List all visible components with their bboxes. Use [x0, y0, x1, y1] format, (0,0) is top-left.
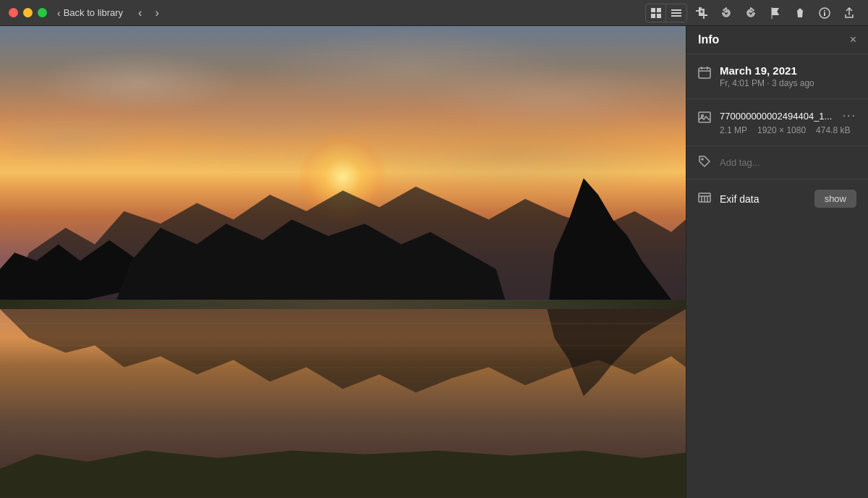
- back-label: Back to library: [64, 7, 123, 18]
- exif-label: Exif data: [720, 193, 806, 205]
- titlebar: ‹ Back to library ‹ ›: [0, 0, 868, 26]
- image-icon: [698, 111, 711, 127]
- date-sub: Fr, 4:01 PM · 3 days ago: [720, 78, 856, 88]
- filesize: 474.8 kB: [816, 125, 850, 135]
- more-options-button[interactable]: ···: [843, 109, 856, 122]
- svg-point-11: [824, 10, 825, 12]
- next-photo-button[interactable]: ›: [151, 5, 162, 21]
- crop-icon[interactable]: [692, 4, 712, 22]
- tag-icon: [698, 155, 711, 172]
- close-info-button[interactable]: ×: [850, 33, 856, 46]
- svg-rect-4: [671, 9, 681, 11]
- info-panel-title: Info: [698, 33, 719, 46]
- svg-rect-1: [657, 8, 661, 12]
- resolution: 1920 × 1080: [757, 125, 806, 135]
- trash-icon[interactable]: [790, 4, 810, 22]
- photo-viewer[interactable]: [0, 26, 686, 498]
- file-meta: 2.1 MP 1920 × 1080 474.8 kB: [720, 125, 856, 135]
- svg-rect-6: [671, 15, 681, 17]
- svg-point-30: [702, 159, 703, 160]
- svg-rect-8: [772, 7, 773, 19]
- megapixels: 2.1 MP: [720, 125, 747, 135]
- date-main: March 19, 2021: [720, 64, 856, 77]
- date-content: March 19, 2021 Fr, 4:01 PM · 3 days ago: [720, 64, 856, 88]
- file-section: 770000000002494404_1... ··· 2.1 MP 1920 …: [686, 99, 868, 146]
- info-panel: Info × March 19, 2021 Fr, 4:01 PM · 3 da…: [686, 26, 868, 498]
- minimize-window-button[interactable]: [23, 8, 33, 17]
- filename: 770000000002494404_1...: [720, 111, 832, 122]
- main-content: Info × March 19, 2021 Fr, 4:01 PM · 3 da…: [0, 26, 868, 498]
- svg-rect-2: [651, 14, 655, 18]
- svg-rect-5: [671, 12, 681, 14]
- toolbar-right: [645, 4, 859, 22]
- prev-photo-button[interactable]: ‹: [135, 5, 145, 21]
- svg-rect-24: [699, 68, 710, 78]
- share-icon[interactable]: [839, 4, 859, 22]
- info-panel-header: Info ×: [686, 26, 868, 54]
- flag-icon[interactable]: [765, 4, 786, 22]
- window-controls: [9, 8, 47, 17]
- back-chevron-icon: ‹: [57, 7, 61, 19]
- rotate-left-icon[interactable]: [716, 4, 736, 22]
- file-content: 770000000002494404_1... ··· 2.1 MP 1920 …: [720, 109, 856, 135]
- calendar-icon: [698, 66, 711, 83]
- date-section: March 19, 2021 Fr, 4:01 PM · 3 days ago: [686, 54, 868, 99]
- exif-icon: [698, 191, 711, 208]
- grid-view-icon[interactable]: [646, 4, 666, 22]
- svg-rect-0: [651, 8, 655, 12]
- rotate-right-icon[interactable]: [741, 4, 761, 22]
- detail-view-icon[interactable]: [666, 4, 686, 22]
- tag-input[interactable]: [720, 157, 856, 168]
- view-toggle-group: [645, 4, 687, 22]
- svg-rect-28: [699, 112, 710, 122]
- exif-section: Exif data show: [686, 180, 868, 218]
- photo-canvas: [0, 26, 686, 498]
- svg-rect-7: [700, 10, 703, 13]
- navigation-arrows: ‹ ›: [135, 5, 163, 21]
- mountains-layer: [0, 153, 686, 318]
- tag-section: [686, 146, 868, 180]
- info-icon[interactable]: [814, 4, 835, 22]
- maximize-window-button[interactable]: [38, 8, 47, 17]
- close-window-button[interactable]: [9, 8, 18, 17]
- svg-rect-3: [657, 14, 661, 18]
- filename-row: 770000000002494404_1... ···: [720, 109, 856, 122]
- svg-rect-10: [824, 12, 825, 16]
- water-layer: [0, 309, 686, 498]
- back-to-library-button[interactable]: ‹ Back to library: [57, 7, 123, 19]
- show-exif-button[interactable]: show: [814, 190, 856, 208]
